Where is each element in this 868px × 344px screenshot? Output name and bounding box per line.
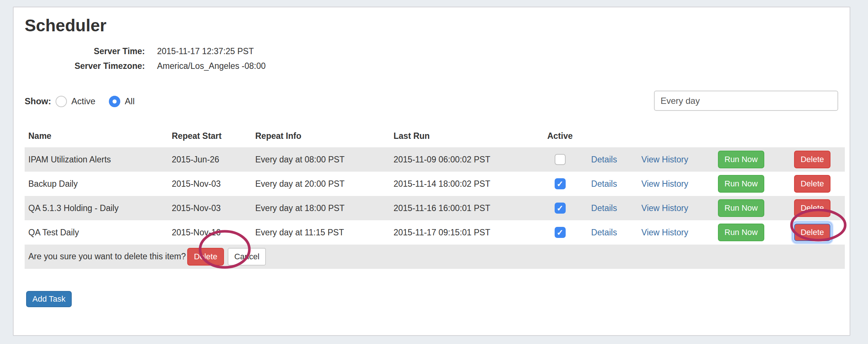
task-name: QA 5.1.3 Holding - Daily (25, 196, 168, 220)
server-timezone-value: America/Los_Angeles -08:00 (157, 61, 266, 71)
header-spacer-4 (780, 124, 845, 147)
task-repeat-start: 2015-Nov-03 (168, 196, 252, 220)
table-row: Backup Daily 2015-Nov-03 Every day at 20… (25, 172, 845, 196)
active-checkbox[interactable]: ✓ (555, 154, 566, 165)
task-repeat-info: Every day at 18:00 PST (252, 196, 390, 220)
table-row: IPAM Utilization Alerts 2015-Jun-26 Ever… (25, 147, 845, 172)
task-repeat-start: 2015-Nov-16 (168, 220, 252, 245)
header-spacer-2 (627, 124, 702, 147)
show-filter: Show: Active All (25, 95, 135, 108)
details-link[interactable]: Details (591, 179, 617, 189)
task-name: IPAM Utilization Alerts (25, 147, 168, 172)
radio-active[interactable] (56, 96, 67, 107)
details-link[interactable]: Details (591, 203, 617, 213)
header-last-run: Last Run (390, 124, 539, 147)
view-history-link[interactable]: View History (641, 179, 688, 189)
task-last-run: 2015-11-14 18:00:02 PST (390, 172, 539, 196)
header-spacer-3 (702, 124, 780, 147)
active-checkbox[interactable]: ✓ (555, 178, 566, 189)
table-header-row: Name Repeat Start Repeat Info Last Run A… (25, 124, 845, 147)
active-checkbox[interactable]: ✓ (555, 227, 566, 238)
check-icon: ✓ (556, 179, 563, 189)
task-repeat-info: Every day at 20:00 PST (252, 172, 390, 196)
radio-all[interactable] (109, 96, 120, 107)
task-last-run: 2015-11-16 16:00:01 PST (390, 196, 539, 220)
server-info: Server Time: 2015-11-17 12:37:25 PST Ser… (14, 46, 266, 76)
run-now-button[interactable]: Run Now (718, 224, 764, 241)
details-link[interactable]: Details (591, 155, 617, 164)
details-link[interactable]: Details (591, 228, 617, 237)
confirm-delete-button[interactable]: Delete (187, 248, 224, 266)
filter-input[interactable] (654, 91, 838, 111)
task-last-run: 2015-11-17 09:15:01 PST (390, 220, 539, 245)
header-spacer-1 (581, 124, 627, 147)
show-filter-label: Show: (25, 96, 51, 106)
delete-button[interactable]: Delete (794, 151, 831, 168)
task-repeat-start: 2015-Jun-26 (168, 147, 252, 172)
task-repeat-info: Every day at 08:00 PST (252, 147, 390, 172)
active-checkbox[interactable]: ✓ (555, 203, 566, 214)
run-now-button[interactable]: Run Now (718, 175, 764, 193)
server-time-value: 2015-11-17 12:37:25 PST (157, 46, 254, 56)
view-history-link[interactable]: View History (641, 155, 688, 164)
task-repeat-start: 2015-Nov-03 (168, 172, 252, 196)
header-repeat-start: Repeat Start (168, 124, 252, 147)
radio-all-label[interactable]: All (125, 96, 135, 106)
server-time-label: Server Time: (14, 46, 145, 56)
header-repeat-info: Repeat Info (252, 124, 390, 147)
header-active: Active (539, 124, 581, 147)
confirm-row: Are you sure you want to delete this ite… (25, 245, 845, 269)
delete-button[interactable]: Delete (794, 175, 831, 193)
header-name: Name (25, 124, 168, 147)
delete-button-focused[interactable]: Delete (794, 224, 831, 241)
page-title: Scheduler (25, 15, 106, 35)
server-timezone-row: Server Timezone: America/Los_Angeles -08… (14, 61, 266, 71)
task-last-run: 2015-11-09 06:00:02 PST (390, 147, 539, 172)
run-now-button[interactable]: Run Now (718, 151, 764, 168)
radio-active-label[interactable]: Active (71, 96, 95, 106)
task-table: Name Repeat Start Repeat Info Last Run A… (25, 124, 845, 269)
confirm-cancel-button[interactable]: Cancel (228, 248, 266, 266)
confirm-message: Are you sure you want to delete this ite… (28, 252, 186, 261)
run-now-button[interactable]: Run Now (718, 199, 764, 217)
task-repeat-info: Every day at 11:15 PST (252, 220, 390, 245)
check-icon: ✓ (556, 204, 563, 213)
scheduler-panel: Scheduler Server Time: 2015-11-17 12:37:… (13, 7, 850, 336)
add-task-button[interactable]: Add Task (26, 291, 72, 307)
table-row: QA 5.1.3 Holding - Daily 2015-Nov-03 Eve… (25, 196, 845, 220)
check-icon: ✓ (556, 228, 563, 237)
view-history-link[interactable]: View History (641, 203, 688, 213)
task-name: QA Test Daily (25, 220, 168, 245)
server-timezone-label: Server Timezone: (14, 61, 145, 71)
server-time-row: Server Time: 2015-11-17 12:37:25 PST (14, 46, 266, 56)
task-name: Backup Daily (25, 172, 168, 196)
table-row: QA Test Daily 2015-Nov-16 Every day at 1… (25, 220, 845, 245)
delete-button[interactable]: Delete (794, 199, 831, 217)
view-history-link[interactable]: View History (641, 228, 688, 237)
